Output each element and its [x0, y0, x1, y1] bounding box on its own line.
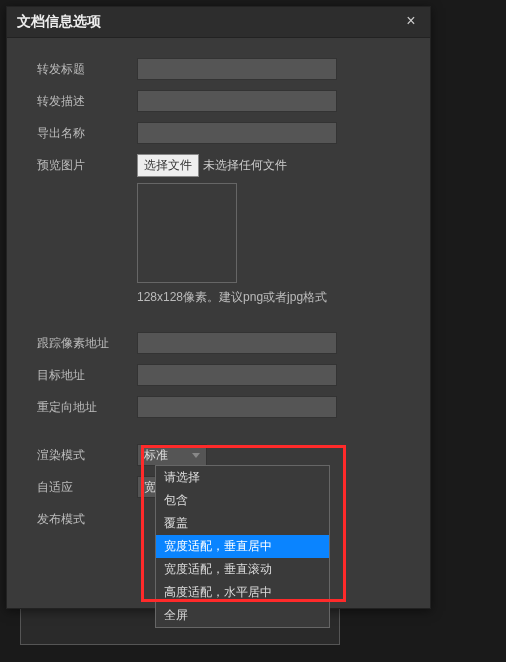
label-forward-desc: 转发描述 — [37, 90, 137, 110]
row-target-url: 目标地址 — [37, 364, 400, 386]
input-redirect-url[interactable] — [137, 396, 337, 418]
adaptive-option[interactable]: 请选择 — [156, 466, 329, 489]
dialog-title: 文档信息选项 — [17, 13, 101, 31]
choose-file-button[interactable]: 选择文件 — [137, 154, 199, 177]
row-preview-image: 预览图片 选择文件 未选择任何文件 128x128像素。建议png或者jpg格式 — [37, 154, 400, 306]
thumbnail-preview — [137, 183, 237, 283]
row-forward-desc: 转发描述 — [37, 90, 400, 112]
row-redirect-url: 重定向地址 — [37, 396, 400, 418]
select-render-mode[interactable]: 标准 — [137, 444, 207, 466]
row-export-name: 导出名称 — [37, 122, 400, 144]
input-export-name[interactable] — [137, 122, 337, 144]
label-render-mode: 渲染模式 — [37, 444, 137, 464]
select-render-mode-value: 标准 — [144, 447, 168, 464]
label-publish-mode: 发布模式 — [37, 508, 137, 528]
file-status: 未选择任何文件 — [203, 157, 287, 174]
input-forward-title[interactable] — [137, 58, 337, 80]
adaptive-dropdown: 请选择包含覆盖宽度适配，垂直居中宽度适配，垂直滚动高度适配，水平居中全屏 — [155, 465, 330, 628]
file-row: 选择文件 未选择任何文件 — [137, 154, 327, 177]
close-icon[interactable]: × — [402, 13, 420, 31]
adaptive-option[interactable]: 宽度适配，垂直居中 — [156, 535, 329, 558]
input-forward-desc[interactable] — [137, 90, 337, 112]
adaptive-option[interactable]: 高度适配，水平居中 — [156, 581, 329, 604]
label-export-name: 导出名称 — [37, 122, 137, 142]
row-forward-title: 转发标题 — [37, 58, 400, 80]
input-target-url[interactable] — [137, 364, 337, 386]
label-redirect-url: 重定向地址 — [37, 396, 137, 416]
label-target-url: 目标地址 — [37, 364, 137, 384]
input-track-pixel-url[interactable] — [137, 332, 337, 354]
preview-image-container: 选择文件 未选择任何文件 128x128像素。建议png或者jpg格式 — [137, 154, 327, 306]
label-adaptive: 自适应 — [37, 476, 137, 496]
label-forward-title: 转发标题 — [37, 58, 137, 78]
dialog-titlebar: 文档信息选项 × — [7, 7, 430, 38]
label-track-pixel-url: 跟踪像素地址 — [37, 332, 137, 352]
row-render-mode: 渲染模式 标准 — [37, 444, 400, 466]
adaptive-option[interactable]: 全屏 — [156, 604, 329, 627]
thumbnail-hint: 128x128像素。建议png或者jpg格式 — [137, 289, 327, 306]
label-preview-image: 预览图片 — [37, 154, 137, 174]
adaptive-option[interactable]: 覆盖 — [156, 512, 329, 535]
adaptive-option[interactable]: 包含 — [156, 489, 329, 512]
adaptive-option[interactable]: 宽度适配，垂直滚动 — [156, 558, 329, 581]
chevron-down-icon — [192, 453, 200, 458]
row-track-pixel-url: 跟踪像素地址 — [37, 332, 400, 354]
